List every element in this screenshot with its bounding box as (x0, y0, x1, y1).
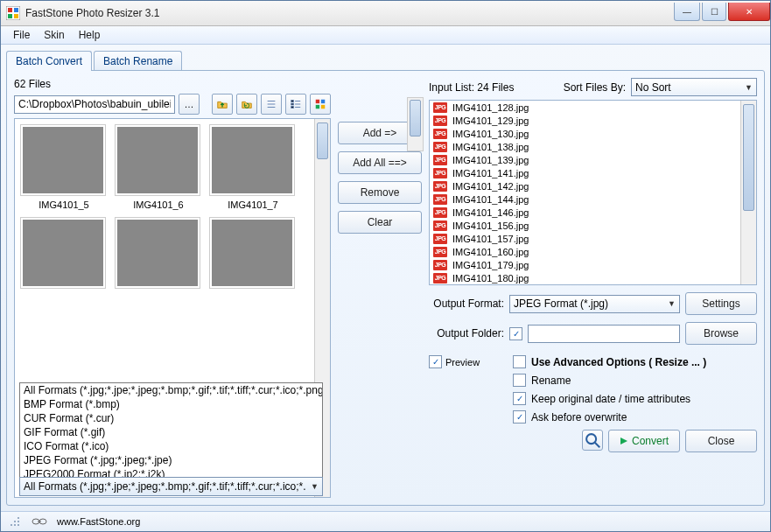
thumbnail-item[interactable]: IMG4101_6 (115, 124, 202, 210)
format-option[interactable]: CUR Format (*.cur) (20, 411, 322, 425)
mid-scrollbar[interactable] (407, 97, 424, 151)
list-item[interactable]: JPGIMG4101_138.jpg (430, 140, 756, 153)
tabstrip: Batch Convert Batch Rename (1, 45, 770, 70)
app-icon (6, 6, 20, 20)
svg-rect-9 (291, 103, 294, 105)
grip-icon (8, 514, 22, 528)
path-input[interactable] (14, 95, 175, 114)
svg-point-20 (11, 524, 12, 526)
format-option[interactable]: BMP Format (*.bmp) (20, 397, 322, 411)
statusbar: www.FastStone.org (1, 511, 770, 531)
keep-date-label: Keep original date / time attributes (531, 393, 690, 405)
jpg-icon: JPG (433, 168, 447, 178)
list-item[interactable]: JPGIMG4101_146.jpg (430, 206, 756, 219)
magnifier-icon (583, 430, 602, 450)
browse-button[interactable]: Browse (685, 322, 757, 345)
menu-help[interactable]: Help (72, 26, 108, 44)
file-name: IMG4101_142.jpg (452, 181, 529, 192)
format-option[interactable]: GIF Format (*.gif) (20, 425, 322, 439)
close-button[interactable]: Close (685, 430, 757, 452)
output-format-select[interactable]: JPEG Format (*.jpg) (509, 295, 680, 313)
list-item[interactable]: JPGIMG4101_179.jpg (430, 258, 756, 271)
jpg-icon: JPG (433, 142, 447, 152)
browse-path-button[interactable]: … (179, 94, 200, 115)
view-thumbnails-button[interactable] (310, 94, 331, 115)
menubar: File Skin Help (1, 26, 770, 45)
preview-checkbox[interactable] (429, 355, 442, 368)
thumbnail-item[interactable]: IMG4101_7 (209, 124, 297, 210)
input-format-select[interactable]: All Formats (*.jpg;*.jpe;*.jpeg;*.bmp;*.… (19, 477, 323, 496)
tab-batch-convert[interactable]: Batch Convert (6, 51, 92, 71)
list-item[interactable]: JPGIMG4101_156.jpg (430, 219, 756, 232)
jpg-icon: JPG (433, 102, 447, 113)
input-file-list[interactable]: JPGIMG4101_128.jpgJPGIMG4101_129.jpgJPGI… (429, 100, 757, 285)
remove-button[interactable]: Remove (338, 181, 422, 204)
advanced-options-checkbox[interactable] (513, 355, 526, 368)
file-name: IMG4101_128.jpg (452, 102, 529, 113)
close-window-button[interactable]: ✕ (728, 3, 770, 21)
svg-rect-8 (291, 101, 294, 102)
preview-zoom-button[interactable] (582, 430, 603, 451)
titlebar: FastStone Photo Resizer 3.1 — ☐ ✕ (1, 1, 770, 26)
minimize-button[interactable]: — (674, 3, 700, 21)
tab-batch-rename[interactable]: Batch Rename (94, 51, 182, 71)
list-item[interactable]: JPGIMG4101_193.jpg (430, 284, 756, 285)
sort-by-select[interactable]: No Sort (631, 78, 757, 96)
list-item[interactable]: JPGIMG4101_144.jpg (430, 192, 756, 206)
list-item[interactable]: JPGIMG4101_180.jpg (430, 271, 756, 284)
file-name: IMG4101_180.jpg (452, 273, 529, 284)
ask-overwrite-label: Ask before overwrite (531, 411, 627, 424)
status-url[interactable]: www.FastStone.org (57, 516, 140, 527)
jpg-icon: JPG (433, 194, 447, 205)
svg-rect-1 (8, 8, 12, 12)
convert-button[interactable]: Convert (608, 430, 680, 452)
format-option[interactable]: JPEG Format (*.jpg;*.jpeg;*.jpe) (20, 453, 322, 467)
folder-refresh-icon (241, 98, 253, 110)
jpg-icon: JPG (433, 247, 447, 257)
thumbnail-item[interactable]: IMG4101_5 (20, 124, 108, 210)
ask-overwrite-checkbox[interactable] (513, 410, 526, 424)
file-name: IMG4101_130.jpg (452, 129, 529, 139)
format-option[interactable]: All Formats (*.jpg;*.jpe;*.jpeg;*.bmp;*.… (20, 383, 322, 397)
input-format-value: All Formats (*.jpg;*.jpe;*.jpeg;*.bmp;*.… (24, 480, 306, 493)
svg-point-24 (18, 521, 19, 522)
list-item[interactable]: JPGIMG4101_130.jpg (430, 127, 756, 140)
list-item[interactable]: JPGIMG4101_160.jpg (430, 245, 756, 258)
clear-button[interactable]: Clear (338, 211, 422, 234)
list-item[interactable]: JPGIMG4101_157.jpg (430, 232, 756, 245)
maximize-button[interactable]: ☐ (702, 3, 726, 21)
filelist-scrollbar[interactable] (740, 101, 756, 284)
jpg-icon: JPG (433, 129, 447, 139)
keep-date-checkbox[interactable] (513, 392, 526, 405)
thumbnail-item[interactable] (20, 217, 108, 292)
up-folder-button[interactable] (212, 94, 233, 115)
list-item[interactable]: JPGIMG4101_142.jpg (430, 179, 756, 192)
menu-file[interactable]: File (6, 26, 37, 44)
list-item[interactable]: JPGIMG4101_139.jpg (430, 153, 756, 166)
svg-rect-3 (8, 14, 12, 18)
client-area: Batch Convert Batch Rename 62 Files … (1, 45, 770, 511)
rename-label: Rename (531, 374, 571, 387)
output-format-value: JPEG Format (*.jpg) (514, 298, 608, 310)
list-item[interactable]: JPGIMG4101_141.jpg (430, 166, 756, 179)
svg-line-19 (595, 443, 600, 448)
svg-rect-15 (321, 100, 325, 103)
thumbnail-item[interactable] (115, 217, 202, 292)
format-option[interactable]: ICO Format (*.ico) (20, 439, 322, 453)
view-details-button[interactable] (285, 94, 306, 115)
window-title: FastStone Photo Resizer 3.1 (25, 7, 672, 19)
menu-skin[interactable]: Skin (37, 26, 71, 44)
rename-checkbox[interactable] (513, 374, 526, 387)
list-item[interactable]: JPGIMG4101_128.jpg (430, 101, 756, 114)
files-count-label: 62 Files (14, 78, 331, 90)
list-item[interactable]: JPGIMG4101_129.jpg (430, 114, 756, 127)
refresh-button[interactable] (236, 94, 257, 115)
output-folder-checkbox[interactable] (509, 327, 522, 340)
add-all-button[interactable]: Add All ==> (338, 151, 422, 174)
svg-rect-10 (291, 107, 294, 108)
settings-button[interactable]: Settings (685, 292, 757, 315)
output-folder-input[interactable] (528, 325, 680, 343)
thumbnail-item[interactable] (209, 217, 297, 292)
view-list-button[interactable] (261, 94, 282, 115)
input-format-dropdown-list[interactable]: All Formats (*.jpg;*.jpe;*.jpeg;*.bmp;*.… (19, 382, 323, 479)
